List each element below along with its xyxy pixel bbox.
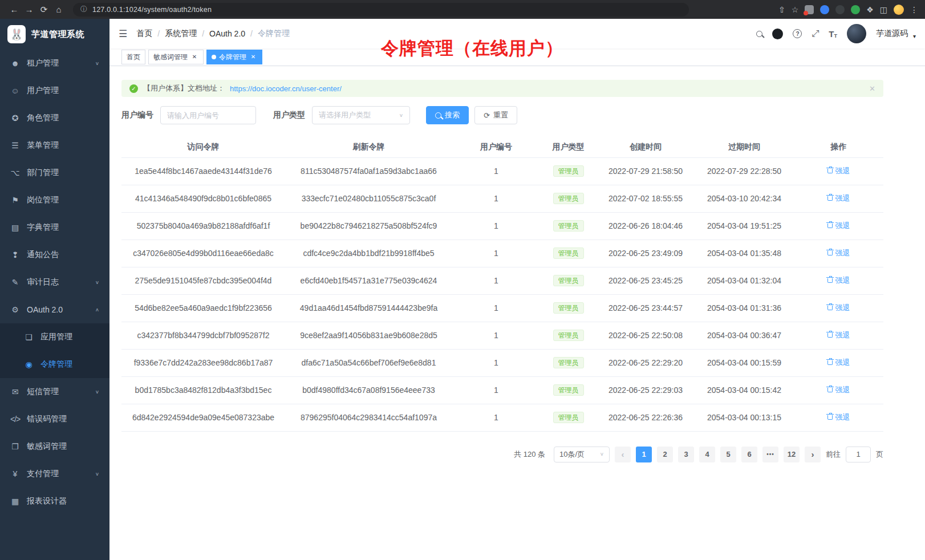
extension-icon-dark[interactable] bbox=[835, 5, 845, 14]
site-info-icon[interactable]: ⓘ bbox=[80, 5, 87, 14]
next-page-button[interactable]: › bbox=[805, 447, 821, 462]
caret-down-icon[interactable]: ▾ bbox=[913, 29, 916, 39]
browser-profile-avatar[interactable] bbox=[894, 5, 904, 15]
breadcrumb-oauth[interactable]: OAuth 2.0 bbox=[209, 29, 245, 38]
force-logout-button[interactable]: 强退 bbox=[827, 412, 850, 423]
force-logout-button[interactable]: 强退 bbox=[827, 275, 850, 286]
force-logout-button[interactable]: 强退 bbox=[827, 330, 850, 340]
page-button-2[interactable]: 2 bbox=[657, 447, 673, 462]
force-logout-button[interactable]: 强退 bbox=[827, 193, 850, 204]
table-row: 41c41346a548490f9dc8b01c6bfe0865 333ecfc… bbox=[121, 185, 883, 212]
sidebar-item-oauth-app[interactable]: ❏ 应用管理 bbox=[0, 323, 109, 351]
user-id-input[interactable] bbox=[160, 106, 256, 124]
browser-reload-icon[interactable]: ⟳ bbox=[36, 5, 51, 15]
page-size-select[interactable]: 10条/页 ∨ bbox=[554, 447, 610, 462]
page-button-5[interactable]: 5 bbox=[720, 447, 736, 462]
breadcrumb-home[interactable]: 首页 bbox=[136, 29, 152, 39]
user-type-select[interactable]: 请选择用户类型 ∨ bbox=[312, 106, 410, 124]
user-name[interactable]: 芋道源码 bbox=[876, 29, 908, 39]
extension-icon-badged[interactable] bbox=[805, 5, 814, 14]
split-view-icon[interactable]: ◫ bbox=[880, 5, 887, 14]
address-bar[interactable]: ⓘ 127.0.0.1:1024/system/oauth2/token bbox=[73, 3, 689, 17]
help-icon[interactable]: ? bbox=[793, 29, 802, 38]
token-icon: ◉ bbox=[24, 360, 34, 369]
sidebar-item-audit-log[interactable]: ✎ 审计日志 ∨ bbox=[0, 269, 109, 296]
extension-icon-green[interactable] bbox=[851, 5, 860, 14]
extensions-puzzle-icon[interactable]: ❖ bbox=[866, 5, 874, 14]
chevron-down-icon: ∨ bbox=[95, 471, 99, 476]
refresh-token-cell: cdfc4ce9c2da4bb1bdf21b9918ff4be5 bbox=[285, 240, 452, 267]
page-button-6[interactable]: 6 bbox=[741, 447, 757, 462]
force-logout-button[interactable]: 强退 bbox=[827, 358, 850, 368]
force-logout-button[interactable]: 强退 bbox=[827, 303, 850, 313]
sidebar-item-post[interactable]: ⚑ 岗位管理 bbox=[0, 186, 109, 214]
close-icon[interactable]: ✕ bbox=[249, 53, 257, 61]
fullscreen-icon[interactable]: ⤢ bbox=[812, 29, 819, 39]
col-refresh-token: 刷新令牌 bbox=[285, 137, 452, 157]
sidebar-item-notice[interactable]: ❢ 通知公告 bbox=[0, 241, 109, 269]
tab-home[interactable]: 首页 bbox=[121, 50, 145, 64]
sidebar-item-report-designer[interactable]: ▦ 报表设计器 bbox=[0, 488, 109, 515]
browser-back-icon[interactable]: ← bbox=[7, 5, 22, 14]
sidebar-item-user[interactable]: ☺ 用户管理 bbox=[0, 77, 109, 104]
expire-time-cell: 2054-03-10 20:42:34 bbox=[695, 185, 794, 212]
close-icon[interactable]: ✕ bbox=[190, 53, 198, 61]
extension-icon-blue[interactable] bbox=[820, 5, 829, 14]
github-icon[interactable] bbox=[772, 29, 783, 39]
doc-link[interactable]: https://doc.iocoder.cn/user-center/ bbox=[230, 84, 342, 93]
tab-sensitive-word[interactable]: 敏感词管理 ✕ bbox=[148, 50, 204, 64]
sidebar-item-oauth[interactable]: ⚙ OAuth 2.0 ∧ bbox=[0, 296, 109, 323]
sidebar-item-error-code[interactable]: </> 错误码管理 bbox=[0, 405, 109, 433]
prev-page-button[interactable]: ‹ bbox=[615, 447, 631, 462]
sidebar-item-menu[interactable]: ☰ 菜单管理 bbox=[0, 132, 109, 159]
force-logout-button[interactable]: 强退 bbox=[827, 221, 850, 231]
force-logout-button[interactable]: 强退 bbox=[827, 166, 850, 176]
url-text: 127.0.0.1:1024/system/oauth2/token bbox=[92, 6, 212, 14]
user-type-tag: 管理员 bbox=[553, 275, 584, 286]
total-count: 共 120 条 bbox=[514, 449, 545, 460]
sidebar-item-dept[interactable]: ⌥ 部门管理 bbox=[0, 159, 109, 186]
sidebar-item-sensitive-word[interactable]: ❐ 敏感词管理 bbox=[0, 433, 109, 460]
share-icon[interactable]: ⇧ bbox=[778, 5, 785, 14]
sidebar-item-dict[interactable]: ▤ 字典管理 bbox=[0, 214, 109, 241]
action-cell: 强退 bbox=[794, 157, 883, 185]
sidebar-item-label: 用户管理 bbox=[27, 86, 59, 96]
user-avatar[interactable] bbox=[847, 24, 866, 43]
alert-close-icon[interactable]: ✕ bbox=[869, 84, 875, 93]
force-logout-button[interactable]: 强退 bbox=[827, 248, 850, 258]
search-icon[interactable] bbox=[756, 31, 762, 37]
user-icon: ☺ bbox=[10, 86, 20, 95]
chevron-down-icon: ∨ bbox=[600, 452, 604, 457]
page-button-4[interactable]: 4 bbox=[699, 447, 715, 462]
force-logout-button[interactable]: 强退 bbox=[827, 385, 850, 395]
bookmark-star-icon[interactable]: ☆ bbox=[792, 5, 799, 14]
browser-menu-icon[interactable]: ⋮ bbox=[910, 5, 918, 14]
force-logout-label: 强退 bbox=[835, 385, 850, 395]
sidebar-item-label: 敏感词管理 bbox=[27, 441, 67, 452]
goto-page-input[interactable] bbox=[846, 447, 871, 462]
sidebar-collapse-icon[interactable]: ☰ bbox=[119, 28, 127, 40]
sidebar-item-tenant[interactable]: ☻ 租户管理 ∨ bbox=[0, 50, 109, 77]
refresh-token-cell: 8796295f04064c2983414cc54af1097a bbox=[285, 404, 452, 431]
logo[interactable]: 🐰 芋道管理系统 bbox=[0, 19, 109, 50]
sidebar-item-pay[interactable]: ¥ 支付管理 ∨ bbox=[0, 460, 109, 488]
reset-button[interactable]: ⟳ 重置 bbox=[474, 106, 517, 124]
sidebar-item-sms[interactable]: ✉ 短信管理 ∨ bbox=[0, 378, 109, 405]
search-button[interactable]: 搜索 bbox=[426, 106, 469, 124]
sidebar-item-role[interactable]: ✪ 角色管理 bbox=[0, 104, 109, 132]
tab-oauth-token[interactable]: 令牌管理 ✕ bbox=[206, 50, 262, 64]
page-button-1[interactable]: 1 bbox=[636, 447, 652, 462]
page-button-12[interactable]: 12 bbox=[784, 447, 800, 462]
user-id-cell: 1 bbox=[452, 376, 540, 404]
more-pages-button[interactable]: ••• bbox=[762, 447, 778, 462]
sidebar-item-oauth-token[interactable]: ◉ 令牌管理 bbox=[0, 351, 109, 378]
action-cell: 强退 bbox=[794, 267, 883, 294]
font-size-icon[interactable]: TT bbox=[829, 29, 837, 39]
browser-home-icon[interactable]: ⌂ bbox=[51, 5, 66, 14]
browser-forward-icon[interactable]: → bbox=[22, 5, 36, 14]
table-row: 1ea5e44f8bc1467aaede43144f31de76 811c530… bbox=[121, 157, 883, 185]
breadcrumb-system[interactable]: 系统管理 bbox=[165, 29, 197, 39]
action-cell: 强退 bbox=[794, 294, 883, 322]
page-button-3[interactable]: 3 bbox=[678, 447, 694, 462]
chevron-down-icon: ∨ bbox=[399, 112, 403, 117]
